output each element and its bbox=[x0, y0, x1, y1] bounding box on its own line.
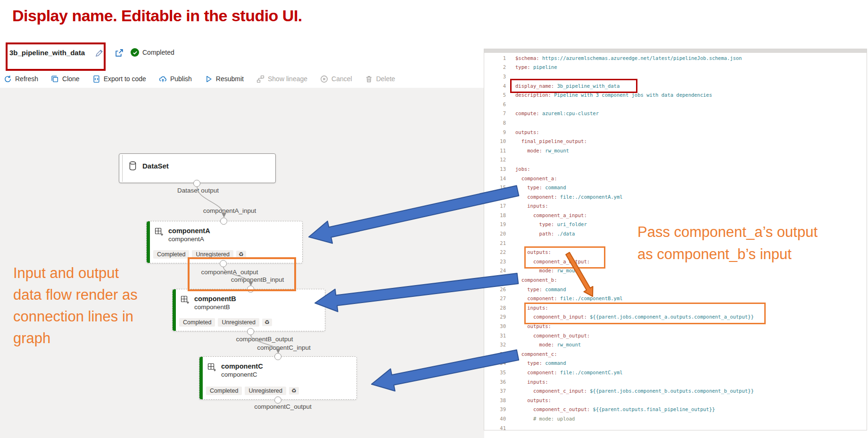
componenta-input-label: componentA_input bbox=[203, 207, 256, 214]
dataset-output-label: Dataset output bbox=[177, 187, 219, 194]
command-toolbar: Refresh Clone Export to code Publish Res… bbox=[4, 72, 395, 86]
code-line: 40 # mode: upload bbox=[484, 414, 867, 423]
code-line: 9outputs: bbox=[484, 127, 867, 137]
componenta-subtitle: componentA bbox=[168, 235, 210, 243]
cancel-label: Cancel bbox=[331, 75, 352, 83]
code-line: 11 mode: rw_mount bbox=[484, 146, 867, 155]
component-grid-icon bbox=[207, 363, 216, 372]
right-annotation-note: Pass component_a’s output as component_b… bbox=[637, 221, 818, 265]
componentb-subtitle: componentB bbox=[194, 303, 236, 311]
clone-button[interactable]: Clone bbox=[51, 75, 80, 83]
export-to-code-label: Export to code bbox=[104, 75, 146, 83]
refresh-icon bbox=[4, 75, 12, 83]
component-grid-icon bbox=[155, 227, 164, 236]
code-line: 7compute: azureml:cpu-cluster bbox=[484, 109, 867, 118]
show-lineage-label: Show lineage bbox=[268, 75, 307, 83]
componenta-input-port[interactable] bbox=[220, 218, 227, 225]
horizontal-scrollbar[interactable] bbox=[484, 49, 867, 53]
code-line: 15 type: command bbox=[484, 183, 867, 192]
export-code-icon bbox=[92, 75, 100, 83]
componentb-output-label: componentB_output bbox=[236, 336, 293, 343]
recycle-icon: ♻ bbox=[262, 319, 272, 326]
orange-annotation-box-outputs bbox=[524, 246, 605, 269]
recycle-icon: ♻ bbox=[289, 387, 299, 395]
component-grid-icon bbox=[181, 295, 190, 304]
dataset-node-title: DataSet bbox=[142, 162, 169, 170]
code-line: 1$schema: https://azuremlschemas.azureed… bbox=[484, 53, 867, 63]
code-line: 35 component: file:./componentC.yml bbox=[484, 368, 867, 377]
cancel-button[interactable]: Cancel bbox=[320, 75, 352, 83]
code-line: 36 inputs: bbox=[484, 377, 867, 387]
trash-icon bbox=[365, 75, 373, 83]
completed-check-icon bbox=[131, 48, 139, 57]
code-line: 14 component_a: bbox=[484, 174, 867, 183]
database-cylinder-icon bbox=[129, 161, 137, 171]
dataset-output-port[interactable] bbox=[193, 180, 200, 187]
code-line: 16 component: file:./componentA.yml bbox=[484, 192, 867, 202]
componentb-node[interactable]: componentB componentB Completed Unregist… bbox=[172, 289, 325, 331]
code-line: 25 component_b: bbox=[484, 275, 867, 285]
componentc-status-bar bbox=[199, 357, 203, 399]
code-line: 38 outputs: bbox=[484, 396, 867, 405]
red-annotation-box-display-name bbox=[510, 79, 637, 93]
code-line: 33 component_c: bbox=[484, 349, 867, 359]
resubmit-button[interactable]: Resubmit bbox=[205, 75, 244, 83]
cancel-icon bbox=[320, 75, 328, 83]
code-line: 27 component: file:./componentB.yml bbox=[484, 294, 867, 303]
code-line: 13jobs: bbox=[484, 164, 867, 174]
delete-label: Delete bbox=[376, 75, 395, 83]
delete-button[interactable]: Delete bbox=[365, 75, 395, 83]
componentc-node[interactable]: componentC componentC Completed Unregist… bbox=[199, 356, 357, 400]
code-line: 34 type: command bbox=[484, 359, 867, 368]
componentc-input-label: componentC_input bbox=[257, 344, 310, 351]
dataset-node[interactable]: DataSet bbox=[119, 153, 276, 183]
export-to-code-button[interactable]: Export to code bbox=[92, 75, 146, 83]
orange-annotation-box-graph-edge bbox=[188, 257, 296, 291]
show-lineage-button[interactable]: Show lineage bbox=[256, 75, 307, 83]
refresh-label: Refresh bbox=[15, 75, 38, 83]
publish-button[interactable]: Publish bbox=[159, 75, 192, 83]
componentc-output-label: componentC_output bbox=[254, 403, 312, 410]
publish-cloud-icon bbox=[159, 75, 167, 83]
code-line: 6 bbox=[484, 100, 867, 109]
componentc-input-port[interactable] bbox=[274, 353, 281, 360]
left-annotation-note: Input and output data flow render as con… bbox=[13, 262, 138, 349]
code-line: 12 bbox=[484, 155, 867, 165]
componenta-status-bar bbox=[147, 221, 150, 263]
componentc-output-port[interactable] bbox=[274, 396, 281, 404]
componentb-output-port[interactable] bbox=[247, 328, 254, 335]
code-line: 26 type: command bbox=[484, 285, 867, 294]
dataset-node-accent bbox=[122, 155, 123, 182]
componentb-registration-badge: Unregistered bbox=[218, 318, 259, 327]
annotation-heading: Display name. Editable in the studio UI. bbox=[12, 7, 302, 25]
publish-label: Publish bbox=[170, 75, 192, 83]
componentc-status-badge: Completed bbox=[206, 387, 242, 395]
componentb-status-badge: Completed bbox=[179, 318, 215, 327]
code-line: 31 component_b_output: bbox=[484, 331, 867, 340]
code-line: 2type: pipeline bbox=[484, 63, 867, 72]
componentb-title: componentB bbox=[194, 295, 236, 303]
resubmit-label: Resubmit bbox=[216, 75, 244, 83]
share-icon[interactable] bbox=[115, 48, 124, 58]
code-line: 37 component_c_input: ${{parent.jobs.com… bbox=[484, 386, 867, 396]
componentc-title: componentC bbox=[221, 362, 263, 371]
componenta-title: componentA bbox=[168, 227, 210, 235]
componentb-status-bar bbox=[173, 289, 176, 331]
code-line: 10 final_pipeline_output: bbox=[484, 136, 867, 146]
componentc-registration-badge: Unregistered bbox=[245, 387, 286, 395]
resubmit-play-icon bbox=[205, 75, 213, 83]
componentc-subtitle: componentC bbox=[221, 371, 263, 379]
status-label: Completed bbox=[142, 49, 174, 56]
componenta-status-badge: Completed bbox=[153, 250, 189, 259]
code-line: 39 component_c_output: ${{parent.outputs… bbox=[484, 405, 867, 414]
refresh-button[interactable]: Refresh bbox=[4, 75, 38, 83]
lineage-icon bbox=[256, 75, 265, 83]
code-line: 41 bbox=[484, 423, 867, 433]
red-annotation-box-pipeline-name bbox=[6, 42, 106, 71]
code-line: 32 mode: rw_mount bbox=[484, 340, 867, 349]
clone-label: Clone bbox=[62, 75, 80, 83]
code-line: 17 inputs: bbox=[484, 202, 867, 211]
code-line: 8 bbox=[484, 118, 867, 127]
orange-annotation-box-inputs bbox=[524, 303, 766, 324]
clone-icon bbox=[51, 75, 59, 83]
